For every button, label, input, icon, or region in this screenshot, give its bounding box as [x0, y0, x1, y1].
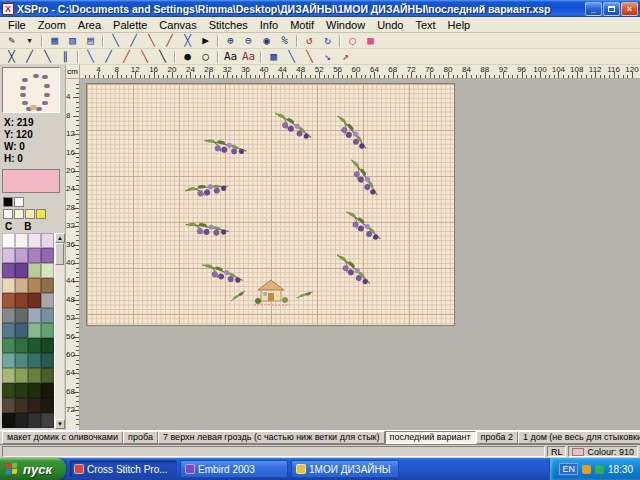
- file-tab[interactable]: 1 дом (не весь для стыковки): [518, 431, 640, 444]
- palette-swatch[interactable]: [2, 293, 15, 308]
- quick-color-swatch[interactable]: [3, 209, 13, 219]
- backstitch-tool-button[interactable]: ▶: [197, 34, 214, 48]
- palette-swatch[interactable]: [41, 278, 54, 293]
- design-preview[interactable]: [2, 67, 60, 113]
- quick-color-swatch[interactable]: [3, 197, 13, 207]
- palette-swatch[interactable]: [41, 248, 54, 263]
- tool-options-button[interactable]: ▾: [21, 34, 38, 48]
- maximize-button[interactable]: [603, 2, 620, 16]
- palette-swatch[interactable]: [2, 323, 15, 338]
- three-quarter-stitch-button[interactable]: ╲: [39, 50, 56, 64]
- file-tab[interactable]: проба: [123, 431, 158, 444]
- menu-window[interactable]: Window: [320, 19, 371, 31]
- file-tab[interactable]: макет домик с оливочками: [2, 431, 123, 444]
- palette-swatch[interactable]: [28, 383, 41, 398]
- scroll-up-button[interactable]: ▲: [55, 233, 65, 243]
- current-color-swatch[interactable]: [2, 169, 60, 193]
- diag-red-box-button[interactable]: ╲: [301, 50, 318, 64]
- zoom-out-button[interactable]: ⊖: [240, 34, 257, 48]
- tray-icon-1[interactable]: [582, 465, 591, 474]
- half-cross-right-button[interactable]: ╱: [125, 34, 142, 48]
- file-tab[interactable]: последний вариант: [385, 431, 476, 444]
- menu-canvas[interactable]: Canvas: [153, 19, 202, 31]
- palette-view-button[interactable]: ▩: [265, 50, 282, 64]
- palette-swatch[interactable]: [15, 233, 28, 248]
- zoom-in-button[interactable]: ⊕: [222, 34, 239, 48]
- palette-swatch[interactable]: [15, 293, 28, 308]
- quick-color-swatch[interactable]: [25, 209, 35, 219]
- palette-swatch[interactable]: [41, 323, 54, 338]
- backstitch-black-button[interactable]: ╲: [154, 50, 171, 64]
- palette-swatch[interactable]: [2, 278, 15, 293]
- palette-swatch[interactable]: [28, 413, 41, 428]
- tray-icon-2[interactable]: [595, 465, 604, 474]
- palette-swatch[interactable]: [41, 368, 54, 383]
- backstitch-red-2-button[interactable]: ╲: [136, 50, 153, 64]
- redo-button[interactable]: ↻: [319, 34, 336, 48]
- palette-swatch[interactable]: [2, 233, 15, 248]
- quick-color-swatch[interactable]: [14, 209, 24, 219]
- palette-swatch[interactable]: [41, 413, 54, 428]
- quarter-cross-right-button[interactable]: ╱: [161, 34, 178, 48]
- canvas[interactable]: [86, 83, 455, 326]
- palette-swatch[interactable]: [41, 293, 54, 308]
- bead-tool-button[interactable]: ○: [197, 50, 214, 64]
- undo-button[interactable]: ↺: [301, 34, 318, 48]
- palette-swatch[interactable]: [2, 368, 15, 383]
- palette-swatch[interactable]: [2, 263, 15, 278]
- palette-swatch[interactable]: [15, 413, 28, 428]
- quick-color-swatch[interactable]: [14, 197, 24, 207]
- full-stitch-button[interactable]: ▦: [46, 34, 63, 48]
- palette-swatch[interactable]: [2, 338, 15, 353]
- taskbar-task[interactable]: Embird 2003: [180, 460, 288, 478]
- palette-swatch[interactable]: [41, 398, 54, 413]
- file-tab[interactable]: 7 верхн левая гроздь (с частью ниж ветки…: [158, 431, 385, 444]
- palette-swatch[interactable]: [15, 263, 28, 278]
- palette-swatch[interactable]: [15, 368, 28, 383]
- arrow-se-button[interactable]: ↘: [319, 50, 336, 64]
- palette-swatch[interactable]: [41, 338, 54, 353]
- start-button[interactable]: пуск: [0, 458, 66, 480]
- palette-swatch[interactable]: [28, 353, 41, 368]
- menu-help[interactable]: Help: [442, 19, 477, 31]
- ellipse-tool-button[interactable]: ◯: [344, 34, 361, 48]
- palette-swatch[interactable]: [41, 263, 54, 278]
- palette-swatch[interactable]: [15, 278, 28, 293]
- scroll-down-button[interactable]: ▼: [55, 419, 65, 429]
- palette-swatch[interactable]: [2, 353, 15, 368]
- text-tool-color-button[interactable]: Aa: [240, 50, 257, 64]
- palette-swatch[interactable]: [28, 278, 41, 293]
- palette-swatch[interactable]: [15, 323, 28, 338]
- palette-swatch[interactable]: [28, 308, 41, 323]
- palette-swatch[interactable]: [28, 293, 41, 308]
- palette-swatch[interactable]: [28, 248, 41, 263]
- minimize-button[interactable]: _: [585, 2, 602, 16]
- palette-swatch[interactable]: [41, 233, 54, 248]
- half-stitch-button[interactable]: ▨: [64, 34, 81, 48]
- pencil-tool-button[interactable]: ✎: [3, 34, 20, 48]
- scroll-track[interactable]: [55, 243, 64, 419]
- backstitch-red-1-button[interactable]: ╱: [118, 50, 135, 64]
- palette-swatch[interactable]: [2, 398, 15, 413]
- palette-swatch[interactable]: [41, 308, 54, 323]
- menu-area[interactable]: Area: [72, 19, 107, 31]
- palette-swatch[interactable]: [28, 398, 41, 413]
- palette-swatch[interactable]: [15, 398, 28, 413]
- french-knot-button[interactable]: ●: [179, 50, 196, 64]
- palette-swatch[interactable]: [28, 233, 41, 248]
- palette-swatch[interactable]: [15, 338, 28, 353]
- palette-swatch[interactable]: [28, 368, 41, 383]
- palette-swatch[interactable]: [15, 308, 28, 323]
- quarter-cross-left-button[interactable]: ╲: [143, 34, 160, 48]
- fill-tool-button[interactable]: ■: [362, 34, 379, 48]
- backstitch-blue-2-button[interactable]: ╱: [100, 50, 117, 64]
- taskbar-task[interactable]: 1МОИ ДИЗАЙНЫ: [291, 460, 399, 478]
- palette-swatch[interactable]: [15, 248, 28, 263]
- menu-file[interactable]: File: [2, 19, 32, 31]
- backstitch-blue-1-button[interactable]: ╲: [82, 50, 99, 64]
- palette-swatch[interactable]: [28, 338, 41, 353]
- palette-swatch[interactable]: [28, 263, 41, 278]
- half-cross-left-button[interactable]: ╲: [107, 34, 124, 48]
- menu-stitches[interactable]: Stitches: [203, 19, 254, 31]
- palette-swatch[interactable]: [2, 413, 15, 428]
